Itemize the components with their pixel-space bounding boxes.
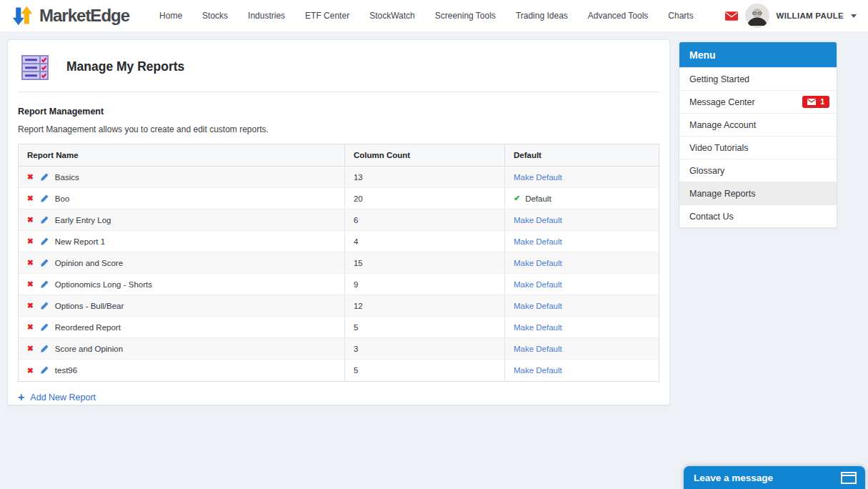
delete-report-icon[interactable]: ✖	[27, 323, 34, 331]
make-default-link[interactable]: Make Default	[514, 323, 562, 332]
report-name-cell: ✖ Reordered Report	[19, 317, 345, 337]
reports-table: Report Name Column Count Default ✖ Basic	[18, 144, 659, 382]
logo[interactable]: MarketEdge	[11, 4, 129, 27]
nav-item[interactable]: Trading Ideas	[516, 11, 568, 21]
make-default-link[interactable]: Make Default	[514, 216, 562, 224]
report-name-cell: ✖ New Report 1	[19, 231, 345, 252]
plus-icon: +	[18, 392, 24, 403]
column-count-value: 6	[354, 216, 358, 224]
edit-report-icon[interactable]	[40, 345, 49, 353]
table-row: ✖ Optionomics Long - Shorts 9 Make Defau…	[19, 274, 659, 295]
add-new-report-label: Add New Report	[30, 392, 96, 402]
chat-widget[interactable]: Leave a message	[684, 466, 865, 489]
make-default-link[interactable]: Make Default	[514, 366, 562, 375]
column-count-cell: 6	[345, 209, 505, 230]
mail-icon[interactable]	[725, 11, 738, 21]
nav-item[interactable]: Screening Tools	[435, 11, 496, 21]
top-nav: MarketEdge Home Stocks Industries ETF Ce…	[0, 0, 868, 31]
column-count-value: 5	[354, 323, 358, 332]
edit-report-icon[interactable]	[40, 194, 49, 203]
delete-report-icon[interactable]: ✖	[27, 237, 34, 245]
delete-report-icon[interactable]: ✖	[27, 345, 34, 352]
edit-report-icon[interactable]	[40, 280, 49, 289]
nav-item[interactable]: ETF Center	[305, 11, 349, 21]
user-name[interactable]: WILLIAM PAULE	[777, 11, 844, 20]
make-default-link[interactable]: Make Default	[514, 237, 562, 246]
avatar[interactable]	[745, 4, 769, 28]
nav-item[interactable]: Industries	[248, 11, 285, 21]
table-row: ✖ Options - Bull/Bear 12 Make Default ✔	[19, 295, 659, 317]
report-name: Reordered Report	[55, 323, 121, 332]
default-indicator: ✔ Default	[514, 194, 552, 203]
delete-report-icon[interactable]: ✖	[27, 173, 34, 181]
delete-report-icon[interactable]: ✖	[27, 280, 34, 288]
menu-item[interactable]: Glossary	[679, 159, 837, 182]
menu-item-label: Getting Started	[689, 74, 749, 84]
table-row: ✖ Early Entry Log 6 Make Default ✔ M	[19, 209, 659, 231]
column-count-value: 5	[354, 366, 358, 375]
default-cell: Make Default ✔ Make Default	[505, 252, 659, 273]
chat-label: Leave a message	[694, 473, 773, 483]
report-name-cell: ✖ Optionomics Long - Shorts	[19, 274, 345, 295]
delete-report-icon[interactable]: ✖	[27, 194, 34, 202]
envelope-icon	[807, 99, 816, 105]
default-cell: Make Default ✔ Make Default	[505, 231, 659, 252]
make-default-link[interactable]: Make Default	[514, 259, 562, 267]
menu-item-label: Manage Reports	[689, 189, 755, 199]
make-default-link[interactable]: Make Default	[514, 173, 562, 182]
make-default-link[interactable]: Make Default	[514, 302, 562, 310]
edit-report-icon[interactable]	[40, 302, 49, 310]
nav-item[interactable]: Stocks	[202, 11, 228, 21]
check-icon: ✔	[514, 194, 520, 203]
menu-item-label: Contact Us	[689, 212, 734, 222]
checklist-icon	[21, 53, 49, 82]
delete-report-icon[interactable]: ✖	[27, 367, 34, 375]
delete-report-icon[interactable]: ✖	[27, 302, 34, 310]
window-icon[interactable]	[841, 472, 857, 484]
chevron-down-icon[interactable]	[851, 14, 857, 18]
delete-report-icon[interactable]: ✖	[27, 216, 34, 224]
column-count-value: 20	[354, 194, 363, 203]
report-name: Early Entry Log	[55, 216, 111, 224]
edit-report-icon[interactable]	[40, 237, 49, 246]
menu-item[interactable]: Getting Started	[679, 67, 837, 90]
nav-item[interactable]: StockWatch	[369, 11, 415, 21]
column-count-cell: 3	[345, 338, 505, 359]
add-new-report-button[interactable]: + Add New Report	[18, 392, 659, 403]
report-name-cell: ✖ Early Entry Log	[19, 209, 345, 230]
report-name-cell: ✖ Basics	[19, 167, 345, 187]
menu-header: Menu	[679, 42, 837, 67]
menu-item[interactable]: Manage Account	[679, 113, 837, 136]
nav-item[interactable]: Home	[159, 11, 182, 21]
default-cell: Make Default ✔ Make Default	[505, 209, 659, 230]
default-label: Default	[525, 194, 551, 203]
sidebar-menu: Menu Getting Started Message Center 1	[679, 41, 837, 228]
nav-item[interactable]: Charts	[668, 11, 693, 21]
menu-item[interactable]: Message Center 1	[679, 90, 837, 113]
column-header-report-name: Report Name	[19, 144, 345, 166]
table-row: ✖ test96 5 Make Default ✔ Make Defau	[19, 360, 659, 381]
table-row: ✖ Basics 13 Make Default ✔ Make Defa	[19, 167, 659, 188]
badge-count: 1	[820, 98, 824, 106]
default-cell: Make Default ✔ Make Default	[505, 360, 659, 381]
edit-report-icon[interactable]	[40, 216, 49, 224]
menu-item[interactable]: Video Tutorials	[679, 136, 837, 159]
report-name: Boo	[55, 194, 69, 203]
user-menu[interactable]: WILLIAM PAULE	[725, 4, 857, 28]
nav-item[interactable]: Advanced Tools	[588, 11, 649, 21]
report-name: Opinion and Score	[55, 259, 123, 267]
default-cell: Make Default ✔ Make Default	[505, 317, 659, 337]
table-row: ✖ Reordered Report 5 Make Default ✔	[19, 317, 659, 338]
edit-report-icon[interactable]	[40, 366, 49, 375]
menu-item[interactable]: Contact Us	[679, 204, 837, 227]
make-default-link[interactable]: Make Default	[514, 345, 562, 353]
table-row: ✖ Score and Opinion 3 Make Default ✔	[19, 338, 659, 360]
delete-report-icon[interactable]: ✖	[27, 259, 34, 267]
make-default-link[interactable]: Make Default	[514, 280, 562, 289]
edit-report-icon[interactable]	[40, 323, 49, 332]
default-cell: Make Default ✔ Make Default	[505, 338, 659, 359]
menu-item[interactable]: Manage Reports	[679, 182, 837, 204]
edit-report-icon[interactable]	[40, 173, 49, 182]
edit-report-icon[interactable]	[40, 259, 49, 267]
table-row: ✖ Opinion and Score 15 Make Default ✔	[19, 252, 659, 274]
